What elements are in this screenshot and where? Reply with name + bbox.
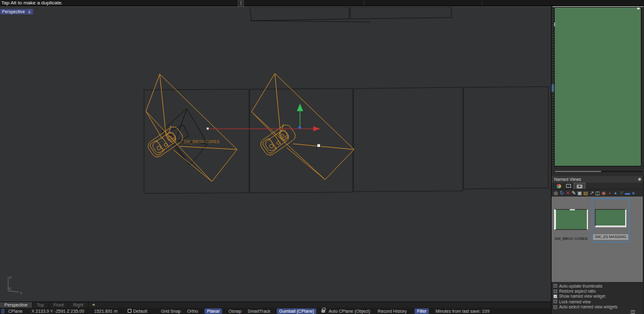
named-view-thumbnail-2[interactable] [595, 209, 626, 227]
layer-color-swatch[interactable] [128, 309, 131, 313]
panel-header[interactable]: Named Views ✱ [552, 176, 644, 183]
status-bar: CPlane X 2133.9 Y -2591 Z 235.00 1521.89… [0, 308, 551, 314]
screen-tab[interactable] [564, 183, 574, 189]
gumball-widget[interactable] [207, 104, 321, 131]
perspective-viewport[interactable]: SW_BBOX CORES [0, 6, 551, 301]
axis-x-label: x [20, 291, 22, 295]
checkbox-restore-aspect[interactable] [553, 290, 557, 293]
globe-icon[interactable]: ● [631, 190, 637, 197]
checkbox-show-widget[interactable] [553, 295, 557, 298]
frustum-left-wireframe[interactable] [146, 74, 237, 181]
cplane-axis-icon: y z x [8, 275, 22, 295]
command-bar-divider [364, 1, 364, 6]
scene-label: SW_BBOX CORES [184, 139, 220, 144]
command-spinner[interactable]: ▲ ▼ [238, 0, 244, 6]
viewport-title-dropdown-icon[interactable]: ▾ [28, 9, 32, 14]
panel-title: Named Views [554, 176, 581, 183]
status-pane-icon[interactable] [1, 309, 4, 313]
toggle-planar[interactable]: Planar [204, 308, 222, 314]
tab-right[interactable]: Right [69, 302, 88, 308]
toggle-filter[interactable]: Filter [414, 308, 430, 314]
option-label: Auto-update thumbnails [559, 284, 602, 288]
toggle-grid-snap[interactable]: Grid Snap [161, 309, 181, 313]
named-view-label-1[interactable]: SW_BBOX CORES [552, 237, 591, 241]
panel-tab-row [552, 183, 644, 190]
option-label: Show named view widget [559, 294, 605, 298]
viewport-scene: SW_BBOX CORES [0, 7, 551, 301]
camera-icon [577, 185, 582, 188]
toggle-auto-cplane[interactable]: Auto CPlane (Object) [328, 309, 370, 313]
gumball-x-arrow-icon[interactable] [313, 126, 320, 131]
display-mode-tab[interactable] [553, 183, 564, 189]
checkbox-auto-select[interactable] [553, 305, 557, 309]
toggle-record-history[interactable]: Record History [378, 309, 407, 313]
option-label: Restore aspect ratio [559, 289, 596, 293]
tab-top[interactable]: Top [33, 302, 49, 308]
cursor-coordinates: X 2133.9 Y -2591 Z 235.00 [31, 309, 84, 313]
checkbox-lock-view[interactable] [553, 300, 557, 303]
spinner-down-icon[interactable]: ▼ [240, 3, 242, 6]
sort-up-icon[interactable]: ▲ [613, 190, 619, 197]
frustum-right-wireframe[interactable] [252, 73, 354, 180]
option-label: Lock named view [559, 300, 591, 304]
widget-view-icon[interactable]: ◉ [601, 190, 607, 197]
named-views-options: Auto-update thumbnails Restore aspect ra… [552, 282, 644, 310]
monitor-icon [566, 184, 571, 188]
preview-edge-tick [554, 23, 555, 26]
viewport-title[interactable]: Perspective ▾ [0, 9, 33, 14]
command-prompt: Tap Alt to make a duplicate. [1, 0, 63, 6]
save-view-icon[interactable]: ◎ [553, 190, 559, 197]
viewport-title-label[interactable]: Perspective [2, 9, 25, 14]
named-views-toolbar: ◎ ↻ ✕ ✎ ▣ ▤ ↗ ◫ ◉ ● ▲ ▽ ▬ ● [552, 190, 644, 197]
preview-corner-widget[interactable] [637, 8, 640, 9]
export-views-icon[interactable]: ↗ [589, 190, 595, 197]
named-views-panel: Named Views ✱ ◎ ↻ ✕ ✎ ▣ ▤ ↗ ◫ ◉ ● ▲ ▽ ▬ … [551, 6, 644, 314]
delete-view-icon[interactable]: ✕ [565, 190, 571, 197]
gumball-origin-handle[interactable] [299, 126, 301, 129]
command-bar-divider [482, 1, 482, 6]
named-views-list: SW_BBOX CORES SW_ZS MASSING [552, 197, 644, 282]
restore-view-icon[interactable]: ↻ [559, 190, 565, 197]
color-wheel-icon [557, 184, 561, 188]
import-views-icon[interactable]: ▤ [583, 190, 589, 197]
gear-icon[interactable]: ✱ [638, 176, 641, 183]
panel-detail-toggle-icon[interactable]: ◫ [630, 310, 635, 314]
toggle-smarttrack[interactable]: SmartTrack [248, 309, 270, 313]
copy-view-icon[interactable]: ▣ [577, 190, 583, 197]
named-view-preview[interactable] [554, 7, 641, 166]
massing-model-right[interactable] [258, 122, 297, 158]
add-viewport-button[interactable]: + [89, 302, 99, 308]
gumball-z-arrow-icon[interactable] [297, 104, 303, 111]
toggle-gumball[interactable]: Gumball (CPlane) [277, 308, 317, 314]
rename-view-icon[interactable]: ✎ [571, 190, 577, 197]
cplane-menu[interactable]: CPlane [8, 309, 23, 313]
scrollbar-thumb[interactable] [555, 171, 601, 172]
named-view-thumbnail-1[interactable] [554, 209, 588, 230]
axis-y-label: y [9, 275, 11, 279]
option-row[interactable]: Lock named view [552, 299, 644, 304]
rhino-window: Tap Alt to make a duplicate. ▲ ▼ [0, 0, 644, 314]
option-label: Auto-select named view widgets [559, 305, 618, 309]
preview-horizontal-scrollbar[interactable] [553, 170, 643, 173]
tab-perspective[interactable]: Perspective [0, 302, 33, 308]
toggle-osnap[interactable]: Osnap [228, 309, 242, 313]
toggle-ortho[interactable]: Ortho [187, 309, 198, 313]
option-row[interactable]: Restore aspect ratio [552, 288, 644, 293]
viewport-tab-strip: Perspective Top Front Right + [0, 301, 551, 308]
paste-view-icon[interactable]: ◫ [595, 190, 601, 197]
option-row[interactable]: Auto-update thumbnails [552, 283, 644, 288]
marker-icon[interactable]: ● [607, 190, 613, 197]
cursor-marker [317, 144, 321, 148]
distant-wireframe-boxes [250, 7, 452, 22]
thumbnail-notch [570, 209, 575, 210]
tab-front[interactable]: Front [49, 302, 69, 308]
checkbox-auto-update[interactable] [553, 284, 557, 288]
command-bar[interactable]: Tap Alt to make a duplicate. ▲ ▼ [0, 0, 644, 6]
option-row[interactable]: Show named view widget [552, 294, 644, 299]
sort-down-icon[interactable]: ▽ [619, 190, 625, 197]
current-layer[interactable]: Default [133, 309, 147, 313]
lock-icon[interactable] [321, 310, 325, 313]
named-view-label-2[interactable]: SW_ZS MASSING [593, 234, 628, 240]
named-views-tab[interactable] [574, 183, 586, 189]
list-style-icon[interactable]: ▬ [625, 190, 631, 197]
